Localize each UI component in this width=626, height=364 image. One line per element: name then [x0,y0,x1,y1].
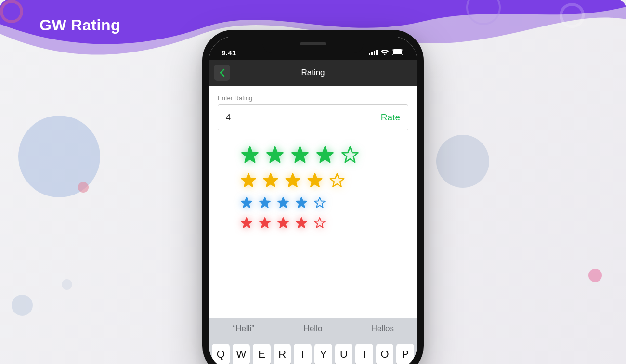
bg-circle [62,279,72,290]
keyboard-key[interactable]: P [396,344,414,364]
ratings-preview [218,130,408,230]
rate-button[interactable]: Rate [381,112,400,123]
keyboard: “Helli”HelloHellos QWERTYUIOP [209,318,417,364]
nav-title: Rating [301,68,325,78]
cellular-icon [369,49,378,57]
keyboard-key[interactable]: Y [314,344,332,364]
keyboard-suggestion[interactable]: Hello [278,318,348,340]
rating-input-row: 4 Rate [218,104,408,130]
battery-icon [392,49,404,57]
page-title: GW Rating [39,16,120,34]
star-row[interactable] [240,172,391,189]
keyboard-key[interactable]: O [376,344,394,364]
svg-rect-0 [369,53,370,55]
wifi-icon [380,49,389,57]
keyboard-key[interactable]: Q [212,344,230,364]
keyboard-row: QWERTYUIOP [209,340,417,364]
nav-bar: Rating [209,60,417,86]
svg-rect-3 [376,50,378,55]
bg-circle [78,182,89,193]
keyboard-suggestion[interactable]: “Helli” [209,318,278,340]
star-row[interactable] [240,196,391,209]
input-label: Enter Rating [218,94,408,102]
keyboard-key[interactable]: R [274,344,291,364]
phone-notch [262,37,364,53]
star-row[interactable] [240,216,391,230]
chevron-left-icon [219,68,225,77]
keyboard-suggestion[interactable]: Hellos [348,318,417,340]
svg-rect-1 [371,52,373,55]
bg-circle [436,135,489,188]
bg-circle [12,295,33,316]
svg-rect-5 [393,50,402,54]
rating-input[interactable]: 4 [226,113,231,123]
svg-rect-6 [404,51,404,53]
status-time: 9:41 [222,49,236,57]
back-button[interactable] [214,65,230,81]
keyboard-key[interactable]: I [355,344,373,364]
bg-circle [588,269,602,282]
keyboard-key[interactable]: U [335,344,353,364]
keyboard-key[interactable]: T [294,344,312,364]
phone-mockup: 9:41 Rating Enter Rating 4 Rate “Helli”H… [202,30,424,364]
keyboard-suggestions: “Helli”HelloHellos [209,318,417,340]
svg-rect-2 [374,51,375,55]
star-row[interactable] [240,145,391,165]
bg-ring [0,0,23,23]
keyboard-key[interactable]: E [253,344,271,364]
keyboard-key[interactable]: W [233,344,250,364]
screen-content: Enter Rating 4 Rate [209,86,417,230]
